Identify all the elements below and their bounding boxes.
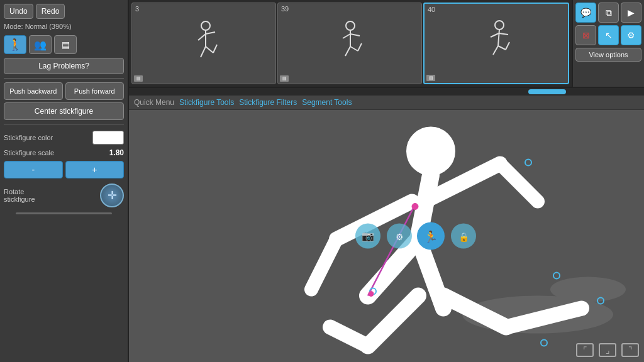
stickfigure-filters-item[interactable]: Stickfigure Filters [239, 98, 297, 107]
color-row: Stickfigure color [4, 131, 124, 145]
right-panel: 💬 ⧉ ▶ ⊠ ↖ ⚙ View option [572, 0, 644, 87]
frame-icon-small-39: ▤ [280, 75, 289, 82]
stickfigure-tools-item[interactable]: Stickfigure Tools [179, 98, 234, 107]
top-strip: 3 ▤ 39 [129, 0, 644, 88]
color-label: Stickfigure color [4, 134, 87, 141]
svg-line-12 [350, 47, 358, 51]
frame-icon-small-40: ▤ [426, 75, 435, 81]
svg-line-9 [343, 34, 350, 38]
view-options-button[interactable]: View options [575, 48, 641, 62]
svg-text:📷: 📷 [362, 230, 374, 242]
frame-icons-39: ▤ [280, 75, 289, 82]
corner-icon-2[interactable]: ⌟ [599, 343, 616, 357]
frame-icons-3: ▤ [134, 75, 143, 82]
corner-icon-3[interactable]: ⌝ [621, 343, 639, 357]
svg-point-14 [495, 21, 504, 30]
cursor-icon: ↖ [605, 30, 613, 40]
play-icon: ▶ [628, 8, 635, 18]
svg-line-13 [358, 43, 362, 51]
copy2-icon: ⊠ [582, 30, 590, 40]
svg-line-32 [330, 327, 368, 346]
frame-figure-39 [331, 15, 369, 72]
push-backward-button[interactable]: Push backward [4, 82, 63, 100]
frame-icon: ▤ [62, 40, 70, 50]
svg-point-42 [369, 292, 374, 297]
timeline-area: 3 ▤ 39 [129, 0, 572, 87]
bottom-right-icons: ⌜ ⌟ ⌝ [576, 343, 639, 357]
svg-line-11 [345, 47, 350, 56]
multi-stickfigure-icon[interactable]: 👥 [29, 35, 52, 54]
stickfigure-icon[interactable]: 🚶 [4, 35, 26, 54]
frame-icons-40: ▤ [426, 75, 435, 81]
frame-number-40: 40 [428, 6, 435, 13]
rotate-dial[interactable] [100, 184, 124, 207]
svg-point-0 [201, 21, 210, 30]
settings-button[interactable]: ⚙ [621, 25, 641, 45]
divider-2 [4, 124, 124, 124]
scale-row: Stickfigure scale 1.80 [4, 148, 124, 157]
svg-line-19 [498, 46, 506, 50]
svg-point-7 [346, 21, 355, 30]
canvas-area[interactable]: 📷 ⚙ 🏃 🔒 ⌜ ⌟ ⌝ [129, 110, 644, 362]
redo-button[interactable]: Redo [36, 4, 65, 19]
copy-button[interactable]: ⧉ [598, 3, 619, 23]
svg-line-10 [350, 34, 360, 36]
main-area: 3 ▤ 39 [129, 0, 644, 362]
timeline-frame-40[interactable]: 40 ▤ [423, 3, 569, 84]
svg-line-17 [499, 33, 508, 35]
undo-button[interactable]: Undo [4, 4, 33, 19]
frame-number-39: 39 [281, 5, 289, 13]
svg-line-15 [498, 30, 499, 46]
timeline-frame-39[interactable]: 39 ▤ [277, 3, 422, 84]
svg-line-4 [201, 47, 206, 57]
lag-problems-button[interactable]: Lag Problems? [4, 58, 124, 74]
svg-line-18 [493, 46, 498, 55]
quick-menu-item[interactable]: Quick Menu [134, 98, 174, 107]
multi-icon: 👥 [34, 39, 47, 51]
scrollbar-thumb[interactable] [528, 89, 566, 94]
chat-icon: 💬 [580, 8, 591, 18]
chat-button[interactable]: 💬 [575, 3, 596, 23]
frame-figure-3 [185, 15, 223, 72]
segment-tools-item[interactable]: Segment Tools [302, 98, 352, 107]
frame-view-icon[interactable]: ▤ [54, 35, 77, 54]
center-stickfigure-button[interactable]: Center stickfigure [4, 102, 124, 120]
scale-minus-button[interactable]: - [4, 161, 63, 178]
svg-point-40 [541, 340, 547, 346]
rotate-label: Rotate stickfigure [4, 188, 95, 203]
svg-point-38 [553, 273, 560, 279]
cursor-button[interactable]: ↖ [598, 25, 619, 45]
stickfigure-red-icon: 🚶 [8, 38, 22, 52]
push-forward-button[interactable]: Push forward [65, 82, 125, 100]
top-button-row: Undo Redo [4, 4, 124, 19]
svg-line-28 [311, 239, 336, 290]
svg-line-20 [506, 42, 509, 50]
mode-label: Mode: Normal (390%) [4, 21, 124, 31]
corner-icon-1[interactable]: ⌜ [576, 343, 594, 357]
sidebar: Undo Redo Mode: Normal (390%) 🚶 👥 ▤ Lag … [0, 0, 129, 362]
push-button-row: Push backward Push forward [4, 82, 124, 100]
scale-label: Stickfigure scale [4, 149, 104, 156]
svg-line-5 [206, 47, 213, 53]
rotate-row: Rotate stickfigure [4, 184, 124, 207]
frame-icon-small-3: ▤ [134, 75, 143, 82]
frame-number-3: 3 [135, 5, 139, 13]
frame-figure-40 [477, 15, 515, 72]
scale-plus-button[interactable]: + [65, 161, 125, 178]
svg-point-36 [525, 160, 531, 166]
right-btn-row-2: ⊠ ↖ ⚙ [575, 25, 641, 45]
copy-icon: ⧉ [606, 8, 612, 18]
scale-button-row: - + [4, 161, 124, 178]
scale-value: 1.80 [109, 148, 124, 157]
svg-text:🏃: 🏃 [424, 230, 438, 244]
svg-line-3 [206, 32, 215, 34]
color-swatch[interactable] [92, 131, 124, 145]
sidebar-slider[interactable] [16, 212, 112, 214]
settings-icon: ⚙ [627, 30, 635, 40]
play-button[interactable]: ▶ [621, 3, 641, 23]
right-btn-row-1: 💬 ⧉ ▶ [575, 3, 641, 23]
scrollbar-area [129, 88, 644, 96]
timeline-frame-3[interactable]: 3 ▤ [131, 3, 276, 84]
svg-point-41 [412, 204, 418, 210]
copy2-button[interactable]: ⊠ [575, 25, 596, 45]
